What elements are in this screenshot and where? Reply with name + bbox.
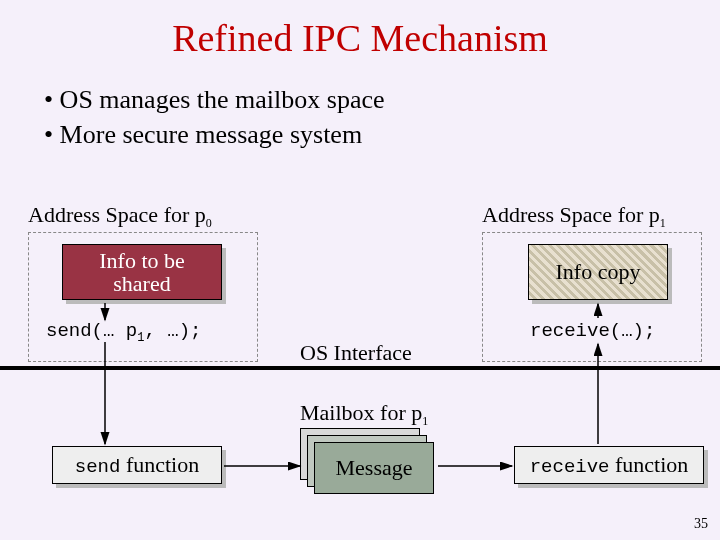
info-copy-box: Info copy bbox=[528, 244, 668, 300]
info-to-be-shared-box: Info to be shared bbox=[62, 244, 222, 300]
send-call-label: send(… p1, …); bbox=[46, 320, 201, 345]
as1-label: Address Space for p1 bbox=[482, 202, 666, 231]
message-stack: Message bbox=[300, 428, 440, 498]
message-box: Message bbox=[314, 442, 434, 494]
slide-title: Refined IPC Mechanism bbox=[0, 0, 720, 60]
as0-label: Address Space for p0 bbox=[28, 202, 212, 231]
bullet-2: More secure message system bbox=[44, 117, 720, 152]
bullet-list: OS manages the mailbox space More secure… bbox=[44, 82, 720, 152]
mailbox-label: Mailbox for p1 bbox=[300, 400, 428, 429]
receive-call-label: receive(…); bbox=[530, 320, 655, 342]
os-interface-label: OS Interface bbox=[300, 340, 412, 366]
bullet-1: OS manages the mailbox space bbox=[44, 82, 720, 117]
send-function-box: send function bbox=[52, 446, 222, 484]
os-interface-line bbox=[0, 366, 720, 370]
slide-number: 35 bbox=[694, 516, 708, 532]
receive-function-box: receive function bbox=[514, 446, 704, 484]
